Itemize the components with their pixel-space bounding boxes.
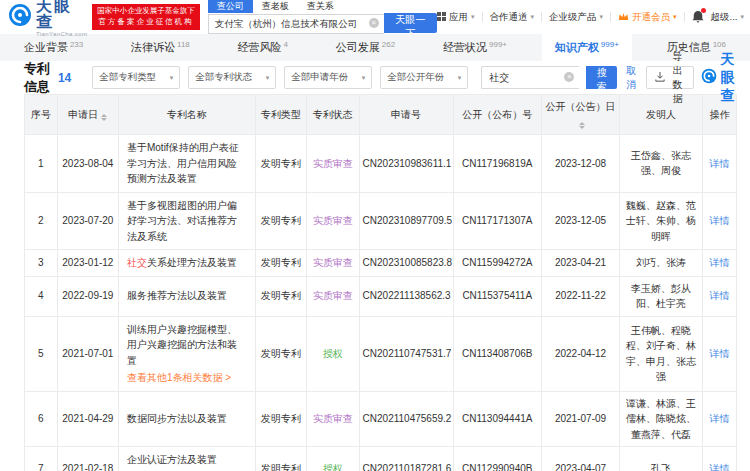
section-tab[interactable]: 公司发展262 [323,34,408,61]
column-header: 申请号 [359,95,453,135]
column-header: 专利状态 [306,95,359,135]
detail-link[interactable]: 详情 [709,158,729,169]
certification-badge: 国家中小企业发展子基金旗下 官方备案企业征信机构 [92,4,200,30]
table-row: 3 2023-01-12 社交关系处理方法及装置 发明专利 实质审查 CN202… [25,250,737,277]
tyc-logo-icon [701,68,717,88]
cell-application-no: CN202310085823.8 [359,250,453,277]
filter-dropdown[interactable]: 全部公开年份▾ [380,66,468,89]
detail-link[interactable]: 详情 [709,215,729,226]
grid-icon [437,12,446,23]
cell-publication-date: 2022-04-12 [541,316,619,391]
cell-apply-date: 2021-04-29 [57,391,118,447]
cell-publication-date: 2021-07-09 [541,391,619,447]
divider [541,12,542,22]
tyc-logo-icon [8,3,32,31]
column-header: 专利类型 [255,95,306,135]
section-tab[interactable]: 企业背景233 [11,34,96,61]
detail-link[interactable]: 详情 [709,348,729,359]
cell-application-no: CN202310897709.5 [359,192,453,250]
chevron-down-icon: ▾ [471,13,475,21]
view-related-data-link[interactable]: 查看其他1条相关数据 > [127,370,247,386]
cell-patent-status: 实质审查 [306,192,359,250]
menu-vip[interactable]: 开通会员▾ [618,11,677,24]
cell-application-no: CN202211138562.3 [359,276,453,316]
export-data-button[interactable]: 导出数据 [646,66,694,89]
cell-patent-name: 企业认证方法及装置查看其他1条相关数据 > [118,447,255,471]
cell-inventors: 孔飞 [620,447,703,471]
user-menu[interactable]: 超级...▾ [711,11,744,24]
filter-dropdown[interactable]: 全部申请年份▾ [284,66,372,89]
patent-content: 专利信息 14 全部专利类型▾全部专利状态▾全部申请年份▾全部公开年份▾ × 搜… [24,61,737,471]
cell-index: 4 [25,276,58,316]
menu-enterprise-product[interactable]: 企业级产品▾ [549,11,603,24]
filter-dropdown[interactable]: 全部专利状态▾ [188,66,276,89]
search-tab[interactable]: 查关系 [298,0,343,13]
cell-application-no: CN202110747531.7 [359,316,453,391]
table-header-row: 序号申请日专利名称专利类型专利状态申请号公开（公布）号公开（公告）日发明人操作 [25,95,737,135]
column-header: 公开（公布）号 [453,95,541,135]
company-search-input[interactable] [208,14,384,34]
cell-patent-status: 实质审查 [306,391,359,447]
menu-apps[interactable]: 应用▾ [437,11,475,24]
search-type-tabs: 查公司查老板查关系 [208,0,437,13]
column-header[interactable]: 公开（公告）日 [541,95,619,135]
table-row: 6 2021-04-29 数据同步方法以及装置 发明专利 实质审查 CN2021… [25,391,737,447]
divider [482,12,483,22]
table-row: 7 2021-02-18 企业认证方法及装置查看其他1条相关数据 > 发明专利 … [25,447,737,471]
cell-publication-date: 2022-11-22 [541,276,619,316]
chevron-down-icon: ▾ [740,13,744,21]
chevron-down-icon: ▾ [362,74,366,82]
cell-inventors: 王伟帆、程晓程、刘子奇、林宇、申月、张志强 [620,316,703,391]
sort-icon[interactable] [101,114,107,121]
cell-publication-no: CN115375411A [453,276,541,316]
cell-patent-type: 发明专利 [255,391,306,447]
search-tab[interactable]: 查老板 [253,0,298,13]
menu-cooperation[interactable]: 合作通道▾ [490,11,535,24]
cell-index: 6 [25,391,58,447]
patent-table: 序号申请日专利名称专利类型专利状态申请号公开（公布）号公开（公告）日发明人操作 … [24,94,737,471]
clear-search-icon[interactable]: × [369,18,379,28]
keyword-search-button[interactable]: 搜索 [586,66,617,89]
notification-bell-icon[interactable] [692,10,704,25]
cancel-link[interactable]: 取消 [626,64,637,92]
cell-inventors: 魏巍、赵森、范士轩、朱帅、杨明晖 [620,192,703,250]
detail-link[interactable]: 详情 [709,413,729,424]
patent-toolbar: 专利信息 14 全部专利类型▾全部专利状态▾全部申请年份▾全部公开年份▾ × 搜… [24,61,737,94]
cell-inventors: 李玉娇、彭从阳、杜宇亮 [620,276,703,316]
column-header: 序号 [25,95,58,135]
search-submit-button[interactable]: 天眼一下 [384,13,437,33]
cell-publication-no: CN117196819A [453,135,541,193]
keyword-highlight: 社交 [127,257,147,268]
cell-publication-no: CN112990940B [453,447,541,471]
section-tab[interactable]: 经营风险4 [225,34,301,61]
company-section-tabs: 企业背景233法律诉讼118经营风险4公司发展262经营状况999+知识产权99… [0,34,750,61]
chevron-down-icon: ▾ [170,74,174,82]
cell-patent-type: 发明专利 [255,276,306,316]
tyc-watermark-logo: 天眼查 [701,51,737,105]
divider [684,12,685,22]
chevron-down-icon: ▾ [458,74,462,82]
notification-dot [701,8,706,13]
top-header: 天眼查 TianYanCha.com 国家中小企业发展子基金旗下 官方备案企业征… [0,0,750,34]
cell-index: 1 [25,135,58,193]
column-header[interactable]: 申请日 [57,95,118,135]
cell-publication-date: 2023-12-08 [541,135,619,193]
cell-publication-date: 2023-04-21 [541,250,619,277]
detail-link[interactable]: 详情 [709,257,729,268]
table-body: 1 2023-08-04 基于Motif保持的用户表征学习方法、用户信用风险预测… [25,135,737,471]
detail-link[interactable]: 详情 [709,290,729,301]
patent-count: 14 [58,71,71,85]
cell-publication-no: CN115994272A [453,250,541,277]
tyc-logo[interactable]: 天眼查 TianYanCha.com [8,0,87,37]
cell-patent-name: 社交关系处理方法及装置 [118,250,255,277]
section-tab[interactable]: 知识产权999+ [542,34,632,61]
sort-icon[interactable] [579,122,585,129]
section-tab[interactable]: 经营状况999+ [430,34,520,61]
cell-apply-date: 2022-09-19 [57,276,118,316]
section-tab[interactable]: 法律诉讼118 [118,34,203,61]
search-tab[interactable]: 查公司 [208,0,253,13]
cell-publication-no: CN113408706B [453,316,541,391]
cell-apply-date: 2023-07-20 [57,192,118,250]
filter-dropdown[interactable]: 全部专利类型▾ [92,66,180,89]
detail-link[interactable]: 详情 [709,463,729,471]
